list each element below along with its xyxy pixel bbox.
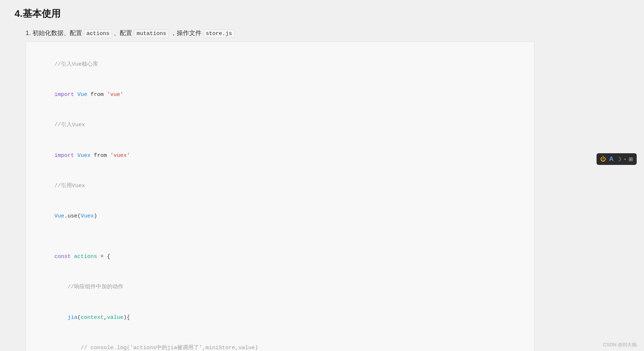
string-vue: 'vue' — [107, 92, 123, 98]
code-line-9: //响应组件中加的动作 — [35, 272, 525, 302]
const-1: const — [54, 254, 74, 260]
moon-icon[interactable]: ☽ — [616, 156, 621, 163]
code-line-3: //引入Vuex — [35, 110, 525, 140]
power-icon[interactable]: ⏻ — [600, 156, 606, 162]
jia-func: jia — [68, 315, 77, 321]
intro-prefix: 1. 初始化数据、配置 — [26, 30, 82, 36]
context-param: context — [81, 315, 104, 321]
comment-4: //响应组件中加的动作 — [54, 284, 123, 290]
letter-a-icon[interactable]: A — [609, 155, 613, 163]
comment-1: //引入Vue核心库 — [54, 61, 98, 68]
code-line-blank-1 — [35, 232, 525, 242]
section-title: 4.基本使用 — [15, 7, 629, 20]
code-line-6: Vue.use(Vuex) — [35, 201, 525, 231]
inline-code-mutations: mutations — [134, 30, 169, 38]
close-use: ) — [94, 213, 97, 219]
dot-use: .use( — [64, 213, 81, 219]
inline-code-store: store.js — [203, 30, 235, 38]
code-line-11: // console.log('actions中的jia被调用了',miniSt… — [35, 333, 525, 351]
value-param-1: value — [107, 315, 123, 321]
comma-1: , — [104, 315, 107, 321]
section-intro: 1. 初始化数据、配置 actions 、配置 mutations ，操作文件 … — [26, 29, 629, 37]
actions-var: actions — [74, 254, 97, 260]
code-line-10: jia(context,value){ — [35, 302, 525, 333]
vue-use: Vue — [54, 213, 64, 219]
jia-open: ){ — [123, 315, 130, 321]
vuex-id-1: Vuex — [77, 153, 94, 159]
page-container: 4.基本使用 1. 初始化数据、配置 actions 、配置 mutations… — [0, 0, 644, 351]
jia-params: ( — [77, 315, 81, 321]
code-line-4: import Vuex from 'vuex' — [35, 140, 525, 171]
from-2: from — [94, 153, 110, 159]
grid-icon[interactable]: ⊞ — [629, 156, 633, 162]
comment-5: // console.log('actions中的jia被调用了',miniSt… — [54, 345, 258, 351]
code-line-2: import Vue from 'vue' — [35, 80, 525, 110]
watermark: CSDN @刘大痴. — [603, 342, 638, 348]
taskbar-widget: ⏻ A ☽ • ⊞ — [597, 153, 637, 165]
from-1: from — [91, 92, 107, 98]
code-line-8: const actions = { — [35, 242, 525, 272]
dot-icon: • — [624, 157, 626, 161]
keyword-import-1: import — [54, 92, 77, 98]
string-vuex: 'vuex' — [110, 153, 130, 159]
indent-jia — [54, 315, 68, 321]
code-block: //引入Vue核心库 import Vue from 'vue' //引入Vue… — [26, 42, 534, 351]
comment-2: //引入Vuex — [54, 122, 85, 128]
code-line-5: //引用Vuex — [35, 171, 525, 201]
intro-sep1: 、配置 — [114, 30, 132, 36]
vuex-arg: Vuex — [81, 213, 94, 219]
keyword-import-2: import — [54, 153, 77, 159]
inline-code-actions: actions — [84, 30, 112, 38]
comment-3: //引用Vuex — [54, 183, 85, 189]
intro-sep2: ，操作文件 — [170, 30, 202, 36]
eq-1: = { — [97, 254, 110, 260]
vue-id-1: Vue — [77, 92, 91, 98]
code-line-1: //引入Vue核心库 — [35, 49, 525, 80]
